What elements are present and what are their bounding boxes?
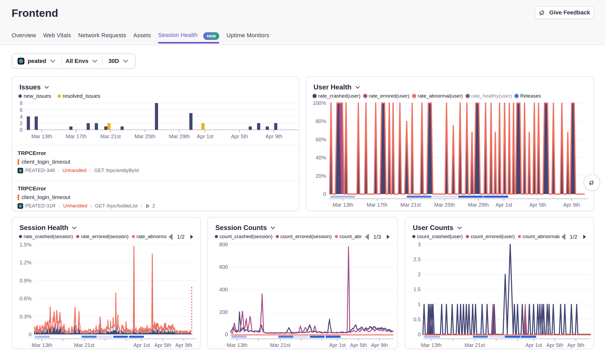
svg-text:4: 4 <box>20 114 23 120</box>
svg-text:Mar 13th: Mar 13th <box>421 342 442 348</box>
svg-text:1: 1 <box>418 301 421 307</box>
svg-text:Apr 9th: Apr 9th <box>265 133 282 139</box>
svg-text:0.3%: 0.3% <box>19 314 32 319</box>
svg-text:0: 0 <box>29 331 32 337</box>
svg-text:8: 8 <box>20 100 23 106</box>
svg-text:Mar 13th: Mar 13th <box>227 342 248 348</box>
svg-text:0: 0 <box>225 331 228 337</box>
svg-text:0: 0 <box>20 127 23 133</box>
svg-text:Apr 5th: Apr 5th <box>546 342 563 348</box>
svg-text:200: 200 <box>219 309 228 315</box>
svg-text:1.5: 1.5 <box>413 286 421 292</box>
svg-text:3: 3 <box>418 242 421 247</box>
svg-text:2: 2 <box>418 271 421 277</box>
svg-text:Mar 21st: Mar 21st <box>465 342 485 348</box>
svg-text:Apr 1st: Apr 1st <box>133 342 150 348</box>
svg-text:60%: 60% <box>316 137 326 142</box>
svg-text:Mar 17th: Mar 17th <box>66 133 87 139</box>
svg-text:Mar 29th: Mar 29th <box>468 202 489 208</box>
svg-text:Apr 1st: Apr 1st <box>197 133 213 139</box>
svg-text:Mar 29th: Mar 29th <box>169 133 190 139</box>
svg-text:Mar 25th: Mar 25th <box>135 133 155 139</box>
svg-text:Apr 1st: Apr 1st <box>329 342 346 348</box>
svg-text:0: 0 <box>418 331 421 337</box>
svg-text:0.9%: 0.9% <box>19 278 32 283</box>
svg-text:Mar 13th: Mar 13th <box>333 202 353 208</box>
svg-text:0: 0 <box>323 191 326 197</box>
svg-text:Mar 21st: Mar 21st <box>74 342 95 348</box>
svg-text:Apr 5th: Apr 5th <box>154 342 171 348</box>
svg-text:Mar 21st: Mar 21st <box>400 202 421 208</box>
svg-text:80%: 80% <box>316 118 326 124</box>
svg-text:1.5%: 1.5% <box>19 242 32 248</box>
svg-text:Apr 9th: Apr 9th <box>567 342 584 348</box>
svg-text:100%: 100% <box>313 100 326 106</box>
svg-text:Apr 1st: Apr 1st <box>496 202 512 208</box>
svg-text:Mar 21st: Mar 21st <box>270 342 290 348</box>
svg-text:1.2%: 1.2% <box>19 260 32 265</box>
svg-text:Apr 9th: Apr 9th <box>371 342 388 348</box>
svg-text:Mar 13th: Mar 13th <box>32 342 53 348</box>
svg-text:Apr 9th: Apr 9th <box>563 202 580 208</box>
svg-text:Apr 5th: Apr 5th <box>529 202 546 208</box>
svg-text:600: 600 <box>219 264 228 270</box>
svg-text:6: 6 <box>20 107 23 113</box>
svg-text:0.6%: 0.6% <box>19 296 32 301</box>
svg-text:Mar 17th: Mar 17th <box>367 202 388 208</box>
svg-text:Mar 21st: Mar 21st <box>100 133 121 139</box>
svg-text:2: 2 <box>20 120 23 126</box>
svg-text:2.5: 2.5 <box>413 256 421 262</box>
svg-text:Apr 5th: Apr 5th <box>231 133 248 139</box>
svg-text:Apr 5th: Apr 5th <box>350 342 367 348</box>
svg-text:Mar 25th: Mar 25th <box>434 202 455 208</box>
svg-text:Apr 1st: Apr 1st <box>525 342 542 348</box>
svg-text:40%: 40% <box>316 155 326 160</box>
svg-text:400: 400 <box>219 287 228 292</box>
svg-text:Apr 9th: Apr 9th <box>175 342 192 348</box>
svg-text:0.5: 0.5 <box>413 317 421 322</box>
svg-text:Mar 13th: Mar 13th <box>32 133 52 139</box>
svg-text:20%: 20% <box>316 173 326 179</box>
svg-text:800: 800 <box>219 242 228 247</box>
